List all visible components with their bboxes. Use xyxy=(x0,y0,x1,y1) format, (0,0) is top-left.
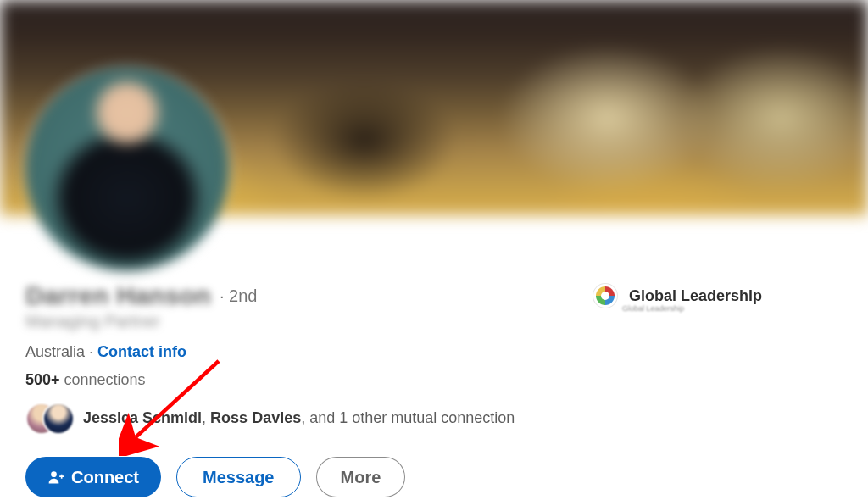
connect-label: Connect xyxy=(71,468,139,487)
contact-info-link[interactable]: Contact info xyxy=(97,343,186,360)
message-label: Message xyxy=(203,468,275,487)
mutual-avatars xyxy=(25,403,71,433)
mutual-rest: , and 1 other mutual connection xyxy=(301,409,515,426)
mutual-name-1: Jessica Schmidl xyxy=(83,409,202,426)
message-button[interactable]: Message xyxy=(176,457,301,497)
location-text: Australia xyxy=(25,343,85,360)
connections-count: 500+ xyxy=(25,371,60,388)
mutual-avatar-2 xyxy=(42,403,75,435)
company-logo-icon: Global Leadership xyxy=(593,284,617,308)
profile-headline: Managing Partner xyxy=(25,312,868,331)
connection-degree: · 2nd xyxy=(220,286,257,306)
separator: · xyxy=(85,343,97,360)
mutual-name-2: Ross Davies xyxy=(210,409,301,426)
mutual-text: Jessica Schmidl, Ross Davies, and 1 othe… xyxy=(83,409,515,427)
connections-row[interactable]: 500+ connections xyxy=(25,371,868,389)
connections-label: connections xyxy=(60,371,146,388)
company-logo-caption: Global Leadership xyxy=(622,304,684,313)
action-buttons: Connect Message More xyxy=(25,457,868,497)
mutual-connections-row[interactable]: Jessica Schmidl, Ross Davies, and 1 othe… xyxy=(25,403,868,433)
profile-name: Darren Hanson xyxy=(25,281,211,310)
more-label: More xyxy=(341,468,381,487)
company-entry[interactable]: Global Leadership Global Leadership xyxy=(593,284,762,308)
more-button[interactable]: More xyxy=(316,457,406,497)
company-name: Global Leadership xyxy=(629,287,762,305)
connect-icon xyxy=(47,469,64,486)
svg-point-0 xyxy=(51,471,57,477)
profile-photo[interactable] xyxy=(25,68,229,271)
location-row: Australia · Contact info xyxy=(25,343,868,361)
connect-button[interactable]: Connect xyxy=(25,457,161,497)
